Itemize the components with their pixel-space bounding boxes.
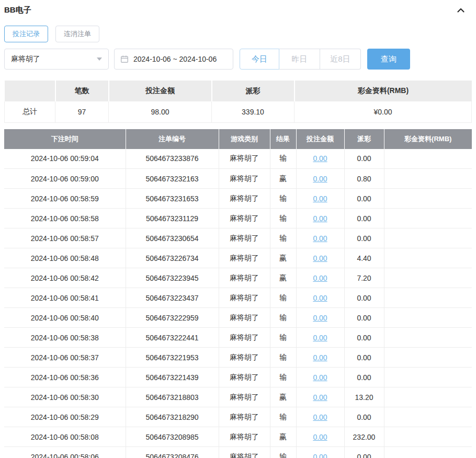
- cell-bonus: [384, 407, 472, 427]
- cell-game: 麻将胡了: [219, 228, 270, 248]
- cell-bonus: [384, 348, 472, 368]
- cell-id: 5064673222959: [126, 308, 219, 328]
- cell-game: 麻将胡了: [219, 407, 270, 427]
- game-type-select-value: 麻将胡了: [11, 54, 40, 64]
- table-row: 2024-10-06 00:58:485064673226734麻将胡了赢0.0…: [4, 248, 472, 268]
- cell-bet: 0.00: [296, 288, 344, 308]
- bet-amount-link[interactable]: 0.00: [313, 373, 327, 382]
- cell-time: 2024-10-06 00:59:04: [4, 149, 126, 169]
- cell-game: 麻将胡了: [219, 248, 270, 268]
- cell-game: 麻将胡了: [219, 268, 270, 288]
- cell-time: 2024-10-06 00:58:08: [4, 427, 126, 447]
- bet-amount-link[interactable]: 0.00: [313, 353, 327, 362]
- bet-amount-link[interactable]: 0.00: [313, 393, 327, 402]
- cell-id: 5064673222441: [126, 328, 219, 348]
- tab-bar: 投注记录连消注单: [4, 26, 472, 42]
- summary-bonus: ¥0.00: [294, 101, 472, 122]
- cell-id: 5064673226734: [126, 248, 219, 268]
- bet-amount-link[interactable]: 0.00: [313, 254, 327, 262]
- cell-bet: 0.00: [296, 348, 344, 368]
- cell-bonus: [384, 149, 472, 169]
- table-row: 2024-10-06 00:58:415064673223437麻将胡了输0.0…: [4, 288, 472, 308]
- records-header-cell: 游戏类别: [219, 129, 270, 149]
- cell-bet: 0.00: [296, 308, 344, 328]
- cell-bet: 0.00: [296, 209, 344, 228]
- cell-payout: 7.20: [344, 268, 384, 288]
- tab-cancelled-bets[interactable]: 连消注单: [55, 26, 99, 42]
- bet-amount-link[interactable]: 0.00: [313, 274, 327, 282]
- date-range-picker[interactable]: 2024-10-06 ~ 2024-10-06: [114, 49, 233, 70]
- cell-id: 5064673208476: [126, 447, 219, 458]
- summary-bet-amount: 98.00: [109, 101, 212, 122]
- table-row: 2024-10-06 00:58:385064673222441麻将胡了输0.0…: [4, 328, 472, 348]
- cell-result: 输: [270, 228, 296, 248]
- quick-range-last-8-days[interactable]: 近8日: [320, 49, 361, 70]
- page-title: BB电子: [4, 5, 31, 15]
- cell-bonus: [384, 248, 472, 268]
- cell-game: 麻将胡了: [219, 308, 270, 328]
- cell-payout: 0.80: [344, 169, 384, 189]
- bet-amount-link[interactable]: 0.00: [313, 154, 327, 163]
- cell-bet: 0.00: [296, 228, 344, 248]
- summary-payout: 339.10: [212, 101, 294, 122]
- collapse-button[interactable]: [456, 6, 466, 15]
- cell-time: 2024-10-06 00:58:40: [4, 308, 126, 328]
- cell-time: 2024-10-06 00:58:48: [4, 248, 126, 268]
- cell-game: 麻将胡了: [219, 328, 270, 348]
- cell-payout: 0.00: [344, 189, 384, 209]
- summary-header-cell: 彩金资料(RMB): [294, 81, 472, 101]
- cell-bet: 0.00: [296, 407, 344, 427]
- cell-payout: 0.00: [344, 328, 384, 348]
- quick-range-today[interactable]: 今日: [240, 49, 279, 70]
- summary-row: 总计 97 98.00 339.10 ¥0.00: [5, 101, 472, 122]
- table-row: 2024-10-06 00:58:575064673230654麻将胡了输0.0…: [4, 228, 472, 248]
- cell-time: 2024-10-06 00:58:58: [4, 209, 126, 228]
- chevron-down-icon: [97, 58, 102, 61]
- bet-amount-link[interactable]: 0.00: [313, 234, 327, 243]
- records-body: 2024-10-06 00:59:045064673233876麻将胡了输0.0…: [4, 149, 472, 458]
- game-type-select[interactable]: 麻将胡了: [4, 49, 109, 70]
- search-button[interactable]: 查询: [367, 49, 410, 70]
- table-row: 2024-10-06 00:58:065064673208476麻将胡了输0.0…: [4, 447, 472, 458]
- bet-amount-link[interactable]: 0.00: [313, 433, 327, 441]
- cell-bet: 0.00: [296, 169, 344, 189]
- summary-header-cell: 派彩: [212, 81, 294, 101]
- bet-amount-link[interactable]: 0.00: [313, 175, 327, 183]
- panel-header: BB电子: [4, 5, 472, 15]
- cell-id: 5064673232163: [126, 169, 219, 189]
- cell-result: 输: [270, 308, 296, 328]
- cell-time: 2024-10-06 00:58:59: [4, 189, 126, 209]
- bet-amount-link[interactable]: 0.00: [313, 413, 327, 421]
- summary-header-row: 笔数投注金额派彩彩金资料(RMB): [5, 81, 472, 101]
- table-row: 2024-10-06 00:59:045064673233876麻将胡了输0.0…: [4, 149, 472, 169]
- bet-amount-link[interactable]: 0.00: [313, 194, 327, 203]
- cell-bonus: [384, 447, 472, 458]
- cell-game: 麻将胡了: [219, 348, 270, 368]
- summary-table: 笔数投注金额派彩彩金资料(RMB) 总计 97 98.00 339.10 ¥0.…: [4, 81, 472, 123]
- cell-time: 2024-10-06 00:58:42: [4, 268, 126, 288]
- cell-id: 5064673231129: [126, 209, 219, 228]
- bet-amount-link[interactable]: 0.00: [313, 314, 327, 322]
- records-table: 下注时间注单编号游戏类别结果投注金额派彩彩金资料(RMB) 2024-10-06…: [4, 129, 472, 458]
- cell-result: 输: [270, 407, 296, 427]
- cell-id: 5064673221953: [126, 348, 219, 368]
- cell-time: 2024-10-06 00:58:36: [4, 368, 126, 387]
- cell-bonus: [384, 169, 472, 189]
- cell-bonus: [384, 387, 472, 407]
- bet-amount-link[interactable]: 0.00: [313, 453, 327, 458]
- cell-id: 5064673221439: [126, 368, 219, 387]
- bet-amount-link[interactable]: 0.00: [313, 294, 327, 302]
- cell-id: 5064673230654: [126, 228, 219, 248]
- cell-result: 输: [270, 328, 296, 348]
- cell-bonus: [384, 427, 472, 447]
- quick-range-group: 今日昨日近8日: [240, 49, 361, 70]
- table-row: 2024-10-06 00:59:005064673232163麻将胡了赢0.0…: [4, 169, 472, 189]
- records-header-cell: 彩金资料(RMB): [384, 129, 472, 149]
- quick-range-yesterday[interactable]: 昨日: [279, 49, 320, 70]
- bet-amount-link[interactable]: 0.00: [313, 334, 327, 342]
- cell-time: 2024-10-06 00:59:00: [4, 169, 126, 189]
- cell-bet: 0.00: [296, 248, 344, 268]
- bet-amount-link[interactable]: 0.00: [313, 214, 327, 223]
- tab-bet-records[interactable]: 投注记录: [4, 26, 48, 42]
- cell-id: 5064673223945: [126, 268, 219, 288]
